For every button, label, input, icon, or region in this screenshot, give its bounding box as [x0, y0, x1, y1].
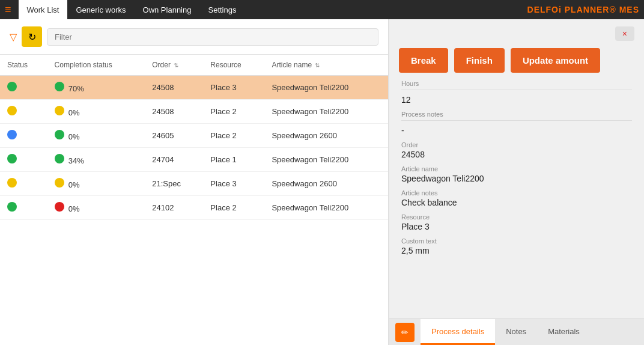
- completion-dot: [55, 130, 64, 139]
- break-button[interactable]: Break: [399, 48, 448, 73]
- cell-article: Speedwagon Teli2200: [264, 100, 388, 124]
- worklist-table: Status Completion status Order ⇅ Resourc…: [0, 55, 388, 220]
- hours-value: 12: [401, 95, 632, 105]
- cell-order: 24508: [145, 76, 203, 100]
- finish-button[interactable]: Finish: [454, 48, 505, 73]
- cell-resource: Place 3: [203, 76, 264, 100]
- article-notes-label: Article notes: [401, 189, 632, 197]
- resource-value: Place 3: [401, 222, 632, 231]
- cell-resource: Place 1: [203, 148, 264, 172]
- table-row[interactable]: 34% 24704 Place 1 Speedwagon Teli2200: [0, 148, 388, 172]
- col-status: Status: [0, 55, 47, 76]
- refresh-button[interactable]: ↻: [22, 26, 42, 47]
- order-label: Order: [401, 141, 632, 148]
- filter-bar: ▽ ↻: [0, 19, 388, 55]
- col-article[interactable]: Article name ⇅: [264, 55, 388, 76]
- worklist-table-container: Status Completion status Order ⇅ Resourc…: [0, 55, 388, 345]
- order-value: 24508: [401, 150, 632, 159]
- status-dot: [7, 178, 17, 188]
- hours-field: Hours 12: [401, 80, 632, 105]
- tab-materials[interactable]: Materials: [537, 319, 591, 345]
- cell-status: [0, 196, 47, 220]
- table-row[interactable]: 70% 24508 Place 3 Speedwagon Teli2200: [0, 76, 388, 100]
- nav-tab-genericworks[interactable]: Generic works: [67, 0, 134, 19]
- update-amount-button[interactable]: Update amount: [511, 48, 600, 73]
- cell-article: Speedwagon Teli2200: [264, 196, 388, 220]
- cell-completion: 0%: [47, 124, 145, 148]
- col-resource: Resource: [203, 55, 264, 76]
- table-row[interactable]: 0% 24102 Place 2 Speedwagon Teli2200: [0, 196, 388, 220]
- process-notes-field: Process notes -: [401, 111, 632, 135]
- status-dot: [7, 106, 17, 115]
- brand-logo: DELFOi PLANNER® MES: [527, 5, 639, 14]
- action-buttons: Break Finish Update amount: [389, 41, 644, 80]
- hours-label: Hours: [401, 80, 632, 87]
- resource-field: Resource Place 3: [401, 213, 632, 231]
- custom-text-label: Custom text: [401, 237, 632, 245]
- hamburger-icon[interactable]: ≡: [5, 4, 11, 16]
- cell-completion: 0%: [47, 196, 145, 220]
- col-order[interactable]: Order ⇅: [145, 55, 203, 76]
- completion-dot: [55, 178, 64, 188]
- status-dot: [7, 202, 17, 212]
- cell-resource: Place 2: [203, 100, 264, 124]
- cell-status: [0, 148, 47, 172]
- completion-dot: [55, 202, 64, 212]
- cell-article: Speedwagon Teli2200: [264, 76, 388, 100]
- cell-status: [0, 100, 47, 124]
- status-dot: [7, 130, 17, 139]
- custom-text-value: 2,5 mm: [401, 246, 632, 255]
- cell-article: Speedwagon 2600: [264, 124, 388, 148]
- table-row[interactable]: 0% 21:Spec Place 3 Speedwagon 2600: [0, 172, 388, 196]
- nav-tab-settings[interactable]: Settings: [199, 0, 245, 19]
- nav-tab-worklist[interactable]: Work List: [19, 0, 68, 19]
- right-top-bar: ×: [389, 19, 644, 41]
- completion-dot: [55, 106, 64, 115]
- filter-button[interactable]: ▽: [10, 31, 17, 43]
- article-notes-value: Check balance: [401, 198, 632, 207]
- cell-completion: 0%: [47, 172, 145, 196]
- cell-resource: Place 2: [203, 124, 264, 148]
- table-row[interactable]: 0% 24508 Place 2 Speedwagon Teli2200: [0, 100, 388, 124]
- cell-completion: 34%: [47, 148, 145, 172]
- resource-label: Resource: [401, 213, 632, 221]
- completion-dot: [55, 154, 64, 163]
- cell-article: Speedwagon 2600: [264, 172, 388, 196]
- cell-order: 24508: [145, 100, 203, 124]
- cell-article: Speedwagon Teli2200: [264, 148, 388, 172]
- refresh-icon: ↻: [28, 31, 36, 43]
- cell-status: [0, 172, 47, 196]
- status-dot: [7, 82, 17, 91]
- cell-completion: 70%: [47, 76, 145, 100]
- bottom-tabs: ✏ Process details Notes Materials: [389, 319, 644, 345]
- article-name-label: Article name: [401, 165, 632, 172]
- tab-process-details[interactable]: Process details: [421, 319, 495, 345]
- main-layout: ▽ ↻ Status Completion status Order ⇅ Res…: [0, 19, 644, 345]
- cell-order: 24102: [145, 196, 203, 220]
- top-navigation: ≡ Work List Generic works Own Planning S…: [0, 0, 644, 19]
- edit-icon: ✏: [401, 328, 409, 337]
- close-button[interactable]: ×: [615, 26, 634, 41]
- cell-order: 24605: [145, 124, 203, 148]
- col-completion: Completion status: [47, 55, 145, 76]
- left-panel: ▽ ↻ Status Completion status Order ⇅ Res…: [0, 19, 389, 345]
- cell-order: 21:Spec: [145, 172, 203, 196]
- article-notes-field: Article notes Check balance: [401, 189, 632, 207]
- cell-order: 24704: [145, 148, 203, 172]
- cell-status: [0, 76, 47, 100]
- cell-completion: 0%: [47, 100, 145, 124]
- details-content: Hours 12 Process notes - Order 24508 Art…: [389, 80, 644, 319]
- table-row[interactable]: 0% 24605 Place 2 Speedwagon 2600: [0, 124, 388, 148]
- order-field: Order 24508: [401, 141, 632, 159]
- custom-text-field: Custom text 2,5 mm: [401, 237, 632, 255]
- cell-resource: Place 3: [203, 172, 264, 196]
- article-name-value: Speedwagon Teli2200: [401, 174, 632, 183]
- tab-notes[interactable]: Notes: [495, 319, 537, 345]
- status-dot: [7, 154, 17, 163]
- cell-resource: Place 2: [203, 196, 264, 220]
- article-name-field: Article name Speedwagon Teli2200: [401, 165, 632, 183]
- nav-tab-ownplanning[interactable]: Own Planning: [135, 0, 200, 19]
- filter-input[interactable]: [47, 28, 378, 46]
- edit-button[interactable]: ✏: [395, 323, 415, 342]
- process-notes-label: Process notes: [401, 111, 632, 118]
